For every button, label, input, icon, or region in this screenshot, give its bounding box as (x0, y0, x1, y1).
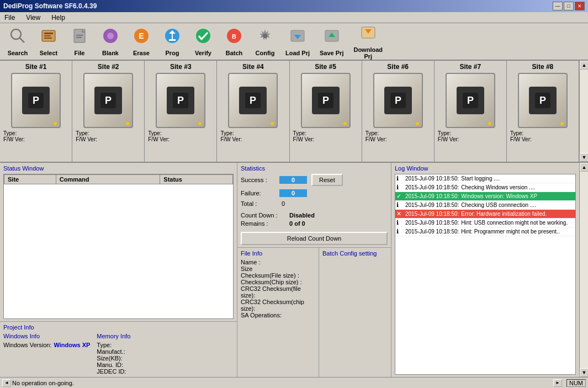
statistics-title: Statistics (241, 165, 388, 172)
search-button[interactable]: Search (3, 25, 32, 58)
main-scroll-track (580, 172, 588, 368)
menu-bar: File View Help (0, 12, 588, 23)
verify-label: Verify (195, 50, 211, 56)
search-label: Search (8, 50, 28, 56)
minimize-button[interactable]: — (553, 2, 563, 10)
size-row: Size(KB): (97, 355, 130, 362)
size-label: Size(KB): (97, 355, 122, 362)
svg-rect-8 (76, 35, 83, 36)
verify-button[interactable]: Verify (189, 25, 218, 58)
file-label: File (75, 50, 85, 56)
site-3-dot (198, 122, 202, 125)
manufact-label: Manufact.: (97, 348, 125, 355)
close-button[interactable]: ✕ (575, 2, 585, 10)
site-1-info: Type: F/W Ver: (1, 130, 71, 142)
svg-rect-9 (76, 37, 82, 38)
log-message: Hint: USB connection might not be workin… (461, 220, 574, 226)
success-val: 0 (279, 176, 307, 184)
checksum-file-label: Checksum(File size) : (241, 272, 299, 279)
batch-button[interactable]: B Batch (220, 25, 248, 58)
checksum-chip-label: Checksum(Chip size) : (241, 279, 302, 285)
load-prj-button[interactable]: Load Prj (282, 25, 314, 58)
log-entry: ℹ2015-Jul-09 10:18:50:Checking USB connn… (395, 201, 575, 210)
col-status: Status (160, 175, 233, 184)
site-6-title: Site #6 (387, 63, 409, 71)
menu-file[interactable]: File (2, 13, 17, 22)
site-2: Site #2 P Type: F/W Ver: (72, 61, 145, 162)
prog-button[interactable]: Prog (158, 25, 187, 58)
site-8-info: Type: F/W Ver: (508, 130, 578, 142)
statusbar-scroll-left[interactable]: ◄ (2, 379, 11, 387)
blank-button[interactable]: Blank (96, 25, 125, 58)
reload-button[interactable]: Reload Count Down (241, 232, 388, 245)
failure-label: Failure: (241, 190, 279, 196)
site-8-dot (560, 122, 564, 125)
jedec-id-label: JEDEC ID: (97, 368, 126, 375)
log-entry: ℹ2015-Jul-09 10:18:50:Checking Windows v… (395, 183, 575, 192)
log-timestamp: 2015-Jul-09 10:18:50: (405, 202, 459, 208)
type-label: Type: (97, 342, 112, 348)
site-5-info: Type: F/W Ver: (291, 130, 361, 142)
config-button[interactable]: Config (251, 25, 279, 58)
save-prj-label: Save Prj (320, 50, 343, 56)
site-2-dot (126, 122, 129, 125)
svg-rect-4 (44, 35, 51, 36)
main-scroll-down[interactable]: ▼ (580, 368, 588, 377)
site-1-drive: P (11, 73, 61, 128)
config-icon (256, 27, 274, 49)
file-size-row: Size (241, 265, 315, 272)
file-button[interactable]: File (65, 25, 94, 58)
site-7-info: Type: F/W Ver: (436, 130, 505, 142)
log-window-title: Log Window (395, 165, 576, 172)
menu-view[interactable]: View (24, 13, 43, 22)
log-panel: Log Window ℹ2015-Jul-09 10:18:50:Start l… (391, 163, 579, 377)
checksum-file-row: Checksum(File size) : (241, 272, 315, 279)
scroll-up-btn[interactable]: ▲ (580, 61, 588, 70)
select-label: Select (40, 50, 57, 56)
erase-button[interactable]: E Erase (127, 25, 156, 58)
save-prj-button[interactable]: Save Prj (316, 25, 347, 58)
statusbar-num: NUM (566, 379, 586, 387)
batch-label: Batch (226, 50, 243, 56)
log-timestamp: 2015-Jul-09 10:18:50: (405, 211, 459, 217)
file-batch-area: File Info Name : Size Checksum(File size… (237, 248, 391, 377)
site-4: Site #4 P Type: F/W Ver: (217, 61, 289, 162)
log-icon: ℹ (396, 219, 404, 226)
statusbar-scroll-right[interactable]: ► (553, 379, 562, 387)
windows-version-val: Windows XP (54, 342, 90, 348)
log-icon: ℹ (396, 175, 404, 182)
load-prj-label: Load Prj (285, 50, 310, 56)
select-button[interactable]: Select (34, 25, 63, 58)
main-scroll-up[interactable]: ▲ (580, 163, 588, 172)
memory-info-title: Memory Info (97, 333, 130, 339)
maximize-button[interactable]: □ (564, 2, 574, 10)
site-1-dot (54, 122, 57, 125)
download-prj-button[interactable]: DownloadPrj (349, 22, 386, 61)
log-icon: ℹ (396, 228, 404, 235)
site-1-title: Site #1 (25, 63, 47, 71)
svg-point-11 (107, 33, 114, 39)
file-name-label: Name : (241, 259, 260, 265)
select-icon (40, 27, 57, 49)
site-3-info: Type: F/W Ver: (146, 130, 215, 142)
windows-version-row: Windows Version: Windows XP (3, 342, 90, 348)
site-3-logo: P (167, 87, 194, 114)
title-bar: DediProg Software SF6.0.4.39 — □ ✕ (0, 0, 588, 12)
status-table: Site Command Status (4, 174, 233, 184)
svg-text:E: E (139, 31, 144, 40)
menu-help[interactable]: Help (49, 13, 67, 22)
log-entry: ℹ2015-Jul-09 10:18:50:Hint: Programmer m… (395, 227, 575, 236)
left-panel: Status Window Site Command Status (0, 163, 237, 377)
site-7-title: Site #7 (459, 63, 481, 71)
site-4-drive: P (228, 73, 278, 128)
scroll-down-btn[interactable]: ▼ (580, 153, 588, 162)
svg-rect-17 (169, 39, 176, 41)
failure-row: Failure: 0 (241, 189, 388, 197)
site-8-drive: P (518, 73, 568, 128)
log-entry: ✓2015-Jul-09 10:18:50:Windows version: W… (395, 192, 575, 201)
reset-button[interactable]: Reset (311, 174, 343, 186)
blank-icon (102, 27, 119, 49)
site-8-title: Site #8 (532, 63, 554, 71)
statistics-panel: Statistics Success : 0 Reset Failure: 0 … (237, 163, 391, 248)
svg-rect-5 (44, 38, 52, 39)
